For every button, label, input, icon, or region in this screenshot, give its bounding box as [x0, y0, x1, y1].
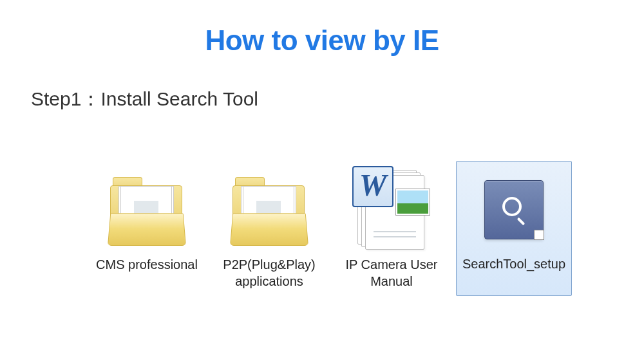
app-item-searchtool[interactable]: SearchTool_setup	[456, 161, 572, 296]
folder-icon	[224, 169, 314, 252]
page-title: How to view by IE	[0, 24, 644, 57]
item-label: IP Camera User Manual	[339, 256, 445, 295]
item-label: SearchTool_setup	[462, 255, 565, 277]
file-explorer-row: CMS professional P2P(Plug&Play) applicat…	[89, 161, 572, 296]
folder-item-p2p[interactable]: P2P(Plug&Play) applications	[211, 161, 327, 296]
folder-icon	[102, 169, 192, 252]
search-app-icon	[469, 168, 559, 252]
item-label: CMS professional	[96, 256, 198, 278]
step-heading: Step1：Install Search Tool	[31, 86, 644, 113]
doc-item-manual[interactable]: W IP Camera User Manual	[334, 161, 450, 296]
word-document-icon: W	[346, 169, 437, 252]
folder-item-cms[interactable]: CMS professional	[89, 161, 205, 296]
item-label: P2P(Plug&Play) applications	[216, 256, 323, 295]
